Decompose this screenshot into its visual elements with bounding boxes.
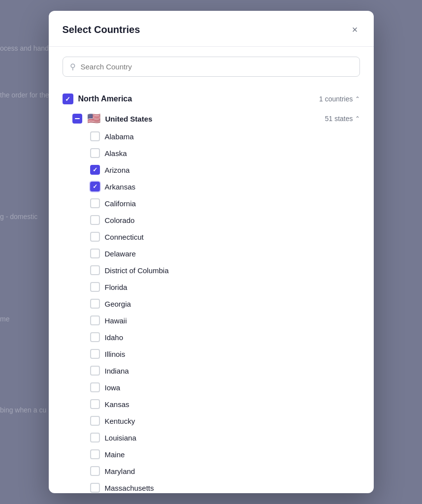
us-flag-icon: 🇺🇸 [87, 113, 100, 124]
state-label-idaho: Idaho [105, 333, 124, 342]
list-item: Kansas [90, 396, 360, 412]
state-count-text: 51 states [325, 115, 353, 123]
state-checkbox-illinois[interactable] [90, 349, 100, 359]
region-count-text: 1 countries [319, 95, 353, 103]
list-item: Massachusetts [90, 479, 360, 493]
list-item: Kentucky [90, 412, 360, 429]
state-checkbox-district-of-columbia[interactable] [90, 265, 100, 275]
search-icon: ⚲ [70, 62, 76, 71]
state-checkbox-louisiana[interactable] [90, 433, 100, 442]
country-checkbox-us[interactable] [72, 114, 82, 124]
states-list-us: Alabama Alaska Arizona Arkansas Californ… [63, 128, 360, 493]
bg-text-3: g - domestic [0, 213, 37, 220]
list-item: Maryland [90, 463, 360, 479]
state-checkbox-iowa[interactable] [90, 382, 100, 392]
list-item: Florida [90, 279, 360, 295]
state-checkbox-kentucky[interactable] [90, 416, 100, 426]
bg-text-2: the order for the [0, 91, 49, 99]
state-label-kentucky: Kentucky [105, 417, 135, 425]
list-item: Idaho [90, 329, 360, 346]
state-checkbox-massachusetts[interactable] [90, 483, 100, 493]
list-item: Connecticut [90, 228, 360, 245]
state-label-alabama: Alabama [105, 132, 134, 141]
list-item: Alaska [90, 145, 360, 161]
state-label-illinois: Illinois [105, 350, 126, 358]
state-checkbox-colorado[interactable] [90, 215, 100, 225]
close-button[interactable]: × [350, 23, 360, 36]
state-checkbox-arizona[interactable] [90, 165, 100, 175]
region-chevron-up-icon[interactable]: ⌃ [355, 95, 360, 102]
list-item: California [90, 195, 360, 212]
region-label-north-america: North America [78, 94, 132, 103]
state-checkbox-hawaii[interactable] [90, 315, 100, 325]
state-checkbox-california[interactable] [90, 198, 100, 208]
state-label-colorado: Colorado [105, 216, 135, 224]
state-checkbox-maryland[interactable] [90, 466, 100, 476]
country-left-us: 🇺🇸 United States [72, 113, 153, 124]
state-label-california: California [105, 199, 136, 208]
modal-header: Select Countries × [49, 11, 374, 47]
modal-title: Select Countries [63, 24, 140, 35]
state-label-delaware: Delaware [105, 250, 136, 258]
state-count-us: 51 states ⌃ [325, 115, 360, 123]
bg-text-1: ocess and hando [0, 44, 53, 52]
list-item: Maine [90, 446, 360, 463]
state-label-arizona: Arizona [105, 166, 130, 174]
list-item: Colorado [90, 212, 360, 228]
state-label-district-of-columbia: District of Columbia [105, 266, 169, 275]
region-row-north-america: North America 1 countries ⌃ [63, 89, 360, 109]
state-checkbox-connecticut[interactable] [90, 232, 100, 242]
state-label-massachusetts: Massachusetts [105, 484, 154, 492]
state-checkbox-arkansas[interactable] [90, 182, 100, 191]
state-label-alaska: Alaska [105, 149, 127, 158]
list-item: Iowa [90, 379, 360, 396]
state-checkbox-indiana[interactable] [90, 366, 100, 376]
list-item: Arizona [90, 161, 360, 178]
list-item: Arkansas [90, 178, 360, 195]
state-label-arkansas: Arkansas [105, 183, 136, 191]
state-label-florida: Florida [105, 283, 128, 291]
state-label-iowa: Iowa [105, 383, 121, 392]
state-checkbox-alabama[interactable] [90, 131, 100, 141]
state-checkbox-idaho[interactable] [90, 332, 100, 342]
state-label-kansas: Kansas [105, 400, 130, 409]
state-label-maine: Maine [105, 450, 125, 459]
state-checkbox-maine[interactable] [90, 449, 100, 459]
state-label-indiana: Indiana [105, 367, 129, 375]
search-area: ⚲ [49, 47, 374, 85]
list-item: Delaware [90, 245, 360, 262]
region-left: North America [63, 94, 132, 104]
country-row-us: 🇺🇸 United States 51 states ⌃ [63, 109, 360, 128]
state-label-louisiana: Louisiana [105, 434, 136, 442]
select-countries-modal: Select Countries × ⚲ North America 1 cou… [49, 11, 374, 493]
state-label-hawaii: Hawaii [105, 316, 127, 325]
bg-text-4: me [0, 315, 9, 323]
state-checkbox-kansas[interactable] [90, 399, 100, 409]
countries-list: North America 1 countries ⌃ 🇺🇸 United St… [49, 85, 374, 493]
state-chevron-up-icon[interactable]: ⌃ [355, 115, 360, 122]
state-checkbox-georgia[interactable] [90, 299, 100, 309]
state-label-maryland: Maryland [105, 467, 135, 475]
state-checkbox-florida[interactable] [90, 282, 100, 292]
state-label-georgia: Georgia [105, 300, 131, 308]
list-item: Illinois [90, 346, 360, 362]
list-item: Georgia [90, 295, 360, 312]
region-count-north-america: 1 countries ⌃ [319, 95, 359, 103]
bg-text-5: bing when a cu [0, 406, 46, 414]
list-item: Louisiana [90, 429, 360, 446]
list-item: District of Columbia [90, 262, 360, 279]
state-label-connecticut: Connecticut [105, 233, 144, 241]
search-input[interactable] [81, 63, 353, 71]
region-checkbox-north-america[interactable] [63, 94, 73, 104]
state-checkbox-delaware[interactable] [90, 249, 100, 258]
country-label-us: United States [105, 115, 153, 123]
list-item: Indiana [90, 362, 360, 379]
state-checkbox-alaska[interactable] [90, 148, 100, 158]
list-item: Alabama [90, 128, 360, 145]
list-item: Hawaii [90, 312, 360, 329]
search-box: ⚲ [63, 57, 360, 77]
